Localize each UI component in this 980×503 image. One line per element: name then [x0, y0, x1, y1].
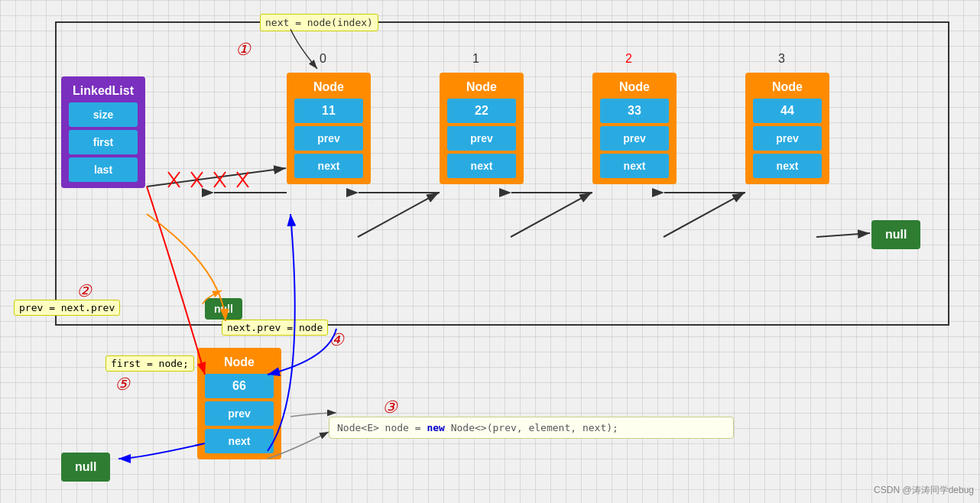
- index-2: 2: [625, 52, 632, 66]
- null-middle: null: [205, 298, 242, 320]
- code-box: Node<E> node = new Node<>(prev, element,…: [329, 417, 734, 439]
- annotation-nextprev: next.prev = node: [222, 320, 328, 336]
- linked-list-box: LinkedList size first last: [61, 76, 145, 188]
- node-1-next: next: [447, 154, 516, 178]
- node-1-prev: prev: [447, 126, 516, 151]
- node-1-value: 22: [447, 99, 516, 123]
- new-node-value: 66: [205, 374, 274, 398]
- node-3-prev: prev: [753, 126, 822, 151]
- index-3: 3: [778, 52, 785, 66]
- node-3-title: Node: [772, 79, 803, 96]
- null-bottom-left: null: [61, 453, 110, 482]
- ll-size: size: [69, 102, 138, 127]
- node-2-next: next: [600, 154, 669, 178]
- new-node-prev: prev: [205, 401, 274, 426]
- step-2-label: ②: [76, 281, 92, 301]
- annotation-first: first = node;: [105, 355, 194, 372]
- annotation-prev: prev = next.prev: [14, 300, 120, 316]
- node-0-title: Node: [313, 79, 344, 96]
- step-4-label: ④: [329, 330, 344, 350]
- linked-list-title: LinkedList: [73, 83, 134, 99]
- node-0-prev: prev: [294, 126, 363, 151]
- node-2-prev: prev: [600, 126, 669, 151]
- index-1: 1: [472, 52, 479, 66]
- ll-first: first: [69, 130, 138, 154]
- node-3-value: 44: [753, 99, 822, 123]
- node-1-title: Node: [466, 79, 497, 96]
- node-0-value: 11: [294, 99, 363, 123]
- node-2: Node 33 prev next: [592, 73, 677, 184]
- new-node: Node 66 prev next: [197, 348, 281, 459]
- new-node-next: next: [205, 429, 274, 453]
- node-0: Node 11 prev next: [287, 73, 371, 184]
- node-0-next: next: [294, 154, 363, 178]
- node-3: Node 44 prev next: [745, 73, 829, 184]
- node-2-title: Node: [619, 79, 650, 96]
- ll-last: last: [69, 157, 138, 182]
- step-5-label: ⑤: [115, 375, 130, 394]
- top-annotation: next = node(index): [260, 14, 378, 31]
- new-node-title: Node: [224, 354, 255, 371]
- null-right: null: [871, 220, 920, 249]
- node-3-next: next: [753, 154, 822, 178]
- step-3-label: ③: [382, 398, 398, 417]
- watermark: CSDN @涛涛同学debug: [874, 484, 974, 497]
- index-0: 0: [320, 52, 326, 66]
- node-1: Node 22 prev next: [440, 73, 524, 184]
- step-1-label: ①: [235, 40, 251, 60]
- node-2-value: 33: [600, 99, 669, 123]
